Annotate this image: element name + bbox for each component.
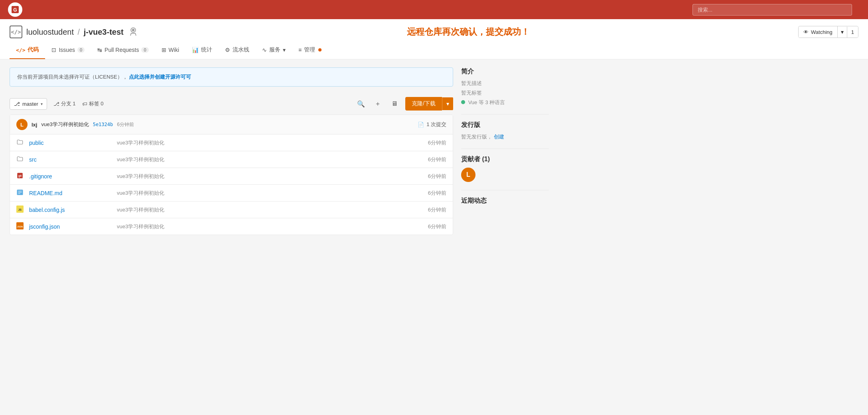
- svg-point-3: [132, 29, 134, 31]
- services-dropdown-icon: ▾: [283, 47, 286, 53]
- file-name-readme[interactable]: README.md: [29, 190, 109, 196]
- wiki-icon: ⊞: [162, 47, 166, 53]
- file-commit-msg-readme: vue3学习样例初始化: [109, 190, 414, 197]
- pipeline-icon: ⚙: [225, 47, 230, 53]
- desktop-icon-btn[interactable]: 🖥: [389, 98, 400, 110]
- branches-icon: ⎇: [53, 101, 59, 107]
- watching-label: Watching: [811, 29, 832, 35]
- branch-icon: ⎇: [14, 101, 20, 107]
- toolbar-left: ⎇ master ▾ ⎇ 分支 1 🏷 标签 0: [10, 98, 103, 110]
- readme-icon: [16, 189, 29, 197]
- tab-wiki[interactable]: ⊞ Wiki: [155, 42, 185, 59]
- commit-count[interactable]: 📄 1 次提交: [418, 121, 446, 128]
- search-input[interactable]: [692, 4, 852, 16]
- tab-issues-label: Issues: [59, 47, 75, 53]
- sidebar-intro: 简介 暂无描述 暂无标签 Vue 等 3 种语言: [461, 67, 549, 106]
- toolbar-right: 🔍 ＋ 🖥 克隆/下载 ▾: [355, 97, 453, 111]
- commit-author[interactable]: lxj: [32, 122, 37, 128]
- clone-main[interactable]: 克隆/下载: [405, 97, 442, 111]
- sidebar-contributors: 贡献者 (1) L: [461, 155, 549, 182]
- file-row-jsconfig: JSON jsconfig.json vue3学习样例初始化 6分钟前: [10, 218, 453, 235]
- code-icon: </>: [16, 47, 25, 53]
- watching-count: 1: [847, 27, 858, 38]
- file-time-jsconfig: 6分钟前: [414, 223, 446, 230]
- tab-manage[interactable]: ≡ 管理: [292, 42, 328, 59]
- gitignore-icon: git: [16, 172, 29, 180]
- tab-services-label: 服务: [269, 46, 280, 53]
- sidebar-lang: Vue 等 3 种语言: [461, 99, 549, 106]
- license-create-link[interactable]: 点此选择并创建开源许可可: [129, 74, 191, 80]
- top-search[interactable]: [692, 4, 852, 16]
- clone-dropdown[interactable]: ▾: [442, 97, 453, 110]
- file-table: L lxj vue3学习样例初始化 5e1324b 6分钟前 📄 1 次提交 p…: [10, 115, 453, 235]
- branch-count[interactable]: ⎇ 分支 1: [53, 100, 76, 107]
- search-icon-btn[interactable]: 🔍: [355, 98, 367, 110]
- branch-chevron-icon: ▾: [41, 102, 43, 106]
- file-name-babel[interactable]: babel.config.js: [29, 207, 109, 213]
- tab-pipeline[interactable]: ⚙ 流水线: [219, 42, 256, 59]
- file-time-readme: 6分钟前: [414, 190, 446, 197]
- sidebar-recent-activity: 近期动态: [461, 197, 549, 205]
- clone-button[interactable]: 克隆/下载 ▾: [405, 97, 453, 111]
- repo-type-icon: </>: [10, 26, 22, 38]
- latest-commit-row: L lxj vue3学习样例初始化 5e1324b 6分钟前 📄 1 次提交: [10, 115, 453, 134]
- clone-dropdown-icon: ▾: [446, 101, 449, 107]
- svg-text:G: G: [13, 7, 17, 13]
- watching-main[interactable]: 👁 Watching: [799, 27, 837, 38]
- pr-icon: ↹: [97, 47, 102, 53]
- branch-selector[interactable]: ⎇ master ▾: [10, 98, 47, 110]
- file-name-public[interactable]: public: [29, 140, 109, 146]
- folder-icon-src: [16, 155, 29, 164]
- tab-manage-label: 管理: [304, 46, 315, 53]
- main-right: 简介 暂无描述 暂无标签 Vue 等 3 种语言 发行版 暂无发行版， 创建 贡…: [461, 67, 549, 235]
- commit-hash[interactable]: 5e1324b: [93, 122, 113, 127]
- manage-dot: [318, 48, 322, 51]
- main-content: 你当前开源项目尚未选择许可证（LICENSE）， 点此选择并创建开源许可可 ⎇ …: [0, 59, 558, 243]
- tab-code[interactable]: </> 代码: [10, 42, 45, 59]
- svg-text:JS: JS: [18, 208, 22, 211]
- issues-icon: ⊡: [51, 47, 56, 53]
- no-release-text: 暂无发行版，: [461, 134, 492, 140]
- watching-button[interactable]: 👁 Watching ▾ 1: [798, 26, 858, 38]
- tab-issues[interactable]: ⊡ Issues 0: [45, 42, 91, 59]
- sidebar-intro-title: 简介: [461, 67, 549, 76]
- file-row-public: public vue3学习样例初始化 6分钟前: [10, 134, 453, 151]
- file-row-readme: README.md vue3学习样例初始化 6分钟前: [10, 185, 453, 202]
- file-name-gitignore[interactable]: .gitignore: [29, 173, 109, 180]
- svg-text:git: git: [18, 174, 22, 178]
- tag-count[interactable]: 🏷 标签 0: [82, 100, 104, 107]
- achievement-icon[interactable]: [128, 26, 139, 38]
- file-name-jsconfig[interactable]: jsconfig.json: [29, 223, 109, 230]
- tab-wiki-label: Wiki: [169, 47, 179, 53]
- tab-services[interactable]: ∿ 服务 ▾: [256, 42, 292, 59]
- tab-pull-requests[interactable]: ↹ Pull Requests 0: [91, 42, 155, 59]
- issues-badge: 0: [77, 47, 85, 53]
- tab-pr-label: Pull Requests: [105, 47, 139, 53]
- sidebar-no-desc: 暂无描述: [461, 80, 549, 87]
- sidebar-release-title: 发行版: [461, 121, 549, 129]
- manage-icon: ≡: [298, 47, 302, 53]
- tab-stats[interactable]: 📊 统计: [185, 42, 219, 59]
- sidebar-no-release: 暂无发行版， 创建: [461, 133, 549, 140]
- repo-header: </> luoluostudent / j-vue3-test 远程仓库再次确认…: [0, 19, 868, 59]
- add-file-btn[interactable]: ＋: [372, 98, 384, 110]
- sidebar-divider-1: [461, 114, 549, 115]
- chevron-down-icon: ▾: [841, 29, 844, 35]
- commit-avatar: L: [16, 119, 28, 130]
- file-name-src[interactable]: src: [29, 156, 109, 163]
- sidebar-divider-3: [461, 190, 549, 190]
- owner-link[interactable]: luoluostudent: [26, 28, 74, 36]
- tab-code-label: 代码: [28, 46, 39, 53]
- sidebar-divider-2: [461, 148, 549, 149]
- lang-dot-vue: [461, 100, 465, 104]
- logo[interactable]: G: [8, 2, 22, 17]
- commit-message: vue3学习样例初始化: [41, 121, 89, 128]
- watching-dropdown[interactable]: ▾: [837, 26, 847, 38]
- create-release-link[interactable]: 创建: [494, 134, 504, 140]
- file-time-public: 6分钟前: [414, 139, 446, 146]
- file-row-babel: JS babel.config.js vue3学习样例初始化 6分钟前: [10, 202, 453, 218]
- pr-badge: 0: [141, 47, 148, 53]
- file-commit-msg-public: vue3学习样例初始化: [109, 139, 414, 146]
- top-bar: G: [0, 0, 868, 19]
- contributor-avatar[interactable]: L: [461, 168, 475, 182]
